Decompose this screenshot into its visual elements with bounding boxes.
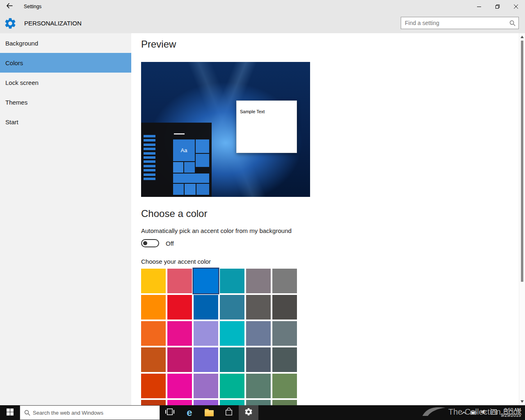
taskbar-search-box[interactable]	[20, 405, 160, 420]
preview-tile	[196, 184, 209, 195]
sidebar-item-themes[interactable]: Themes	[0, 92, 131, 112]
accent-swatch[interactable]	[220, 321, 244, 346]
taskbar-search-icon	[24, 410, 30, 416]
volume-icon[interactable]	[481, 409, 487, 416]
accent-swatch[interactable]	[141, 295, 166, 320]
toggle-state-label: Off	[166, 240, 174, 247]
accent-swatch[interactable]	[220, 374, 244, 398]
preview-tile	[173, 162, 183, 173]
accent-swatch[interactable]	[272, 347, 297, 372]
preview-app-list	[144, 135, 155, 182]
preview-aa-tile: Aa	[173, 139, 195, 161]
preview-tile	[196, 139, 209, 153]
accent-swatch[interactable]	[194, 321, 218, 346]
accent-swatch[interactable]	[246, 321, 271, 346]
preview-tile	[173, 184, 184, 195]
accent-swatch[interactable]	[167, 295, 192, 320]
accent-picker-label: Choose your accent color	[141, 258, 519, 265]
accent-swatch[interactable]	[220, 347, 244, 372]
tray-chevron-up-icon[interactable]	[461, 409, 466, 416]
sample-text: Sample Text	[240, 109, 265, 114]
preview-sample-window: Sample Text	[236, 100, 297, 153]
edge-icon: e	[187, 408, 192, 418]
maximize-button[interactable]	[488, 0, 507, 13]
accent-swatch[interactable]	[194, 269, 218, 293]
accent-swatch[interactable]	[272, 269, 297, 293]
accent-swatch[interactable]	[246, 374, 271, 398]
accent-swatch[interactable]	[272, 321, 297, 346]
settings-app-button[interactable]	[239, 405, 258, 420]
auto-accent-label: Automatically pick an accent color from …	[141, 227, 519, 234]
accent-swatch[interactable]	[220, 295, 244, 320]
accent-swatch[interactable]	[272, 374, 297, 398]
accent-swatch[interactable]	[141, 400, 166, 405]
file-explorer-icon	[205, 410, 214, 416]
accent-swatch[interactable]	[194, 374, 218, 398]
preview-group-title	[174, 133, 185, 135]
edge-browser-button[interactable]: e	[180, 405, 199, 420]
scroll-down-arrow-icon[interactable]	[520, 400, 524, 403]
preview-tile	[184, 162, 195, 173]
action-center-icon[interactable]	[491, 409, 497, 416]
preview-tile	[185, 184, 196, 195]
preview-tile	[196, 154, 209, 167]
accent-swatch[interactable]	[141, 269, 166, 293]
minimize-button[interactable]	[470, 0, 488, 13]
file-explorer-button[interactable]	[199, 405, 219, 420]
vertical-scrollbar[interactable]	[519, 33, 525, 405]
accent-swatch[interactable]	[167, 374, 192, 398]
sidebar-item-lock-screen[interactable]: Lock screen	[0, 73, 131, 92]
window-title: Settings	[24, 4, 41, 9]
accent-swatch[interactable]	[246, 295, 271, 320]
close-button[interactable]	[507, 0, 525, 13]
search-icon	[509, 20, 516, 26]
close-icon	[514, 3, 518, 10]
accent-swatch[interactable]	[194, 347, 218, 372]
settings-gear-logo-icon	[4, 17, 17, 30]
accent-swatch[interactable]	[141, 347, 166, 372]
clock-time: 9:50 AM	[501, 407, 521, 413]
settings-search-input[interactable]	[401, 20, 509, 26]
sidebar-item-start[interactable]: Start	[0, 112, 131, 132]
choose-color-heading: Choose a color	[141, 208, 519, 220]
minimize-icon	[477, 3, 481, 10]
accent-swatch[interactable]	[272, 400, 297, 405]
accent-swatch[interactable]	[167, 400, 192, 405]
sidebar-item-colors[interactable]: Colors	[0, 53, 131, 73]
sidebar-item-background[interactable]: Background	[0, 33, 131, 53]
accent-swatch[interactable]	[220, 400, 244, 405]
taskbar: e 9:50 AM 9/29/2015	[0, 405, 525, 420]
settings-sidebar: Background Colors Lock screen Themes Sta…	[0, 33, 131, 405]
task-view-button[interactable]	[160, 405, 180, 420]
accent-swatch[interactable]	[141, 374, 166, 398]
accent-swatch[interactable]	[246, 347, 271, 372]
accent-swatch[interactable]	[194, 400, 218, 405]
accent-swatch[interactable]	[167, 269, 192, 293]
accent-swatch[interactable]	[246, 269, 271, 293]
auto-accent-toggle[interactable]	[141, 239, 159, 247]
store-button[interactable]	[219, 405, 239, 420]
scroll-up-arrow-icon[interactable]	[520, 36, 524, 38]
system-tray: 9:50 AM 9/29/2015	[461, 405, 525, 420]
accent-swatch[interactable]	[167, 347, 192, 372]
battery-icon[interactable]	[470, 409, 477, 416]
theme-preview-image: Aa Sample Text	[141, 62, 310, 197]
start-button[interactable]	[0, 405, 20, 420]
scrollbar-thumb[interactable]	[521, 41, 523, 282]
back-button[interactable]	[0, 0, 19, 13]
accent-swatch[interactable]	[272, 295, 297, 320]
windows-logo-icon	[7, 409, 14, 417]
taskbar-clock[interactable]: 9:50 AM 9/29/2015	[501, 407, 521, 418]
accent-swatch[interactable]	[141, 321, 166, 346]
preview-start-menu: Aa	[141, 123, 212, 197]
settings-search-box[interactable]	[401, 17, 519, 29]
accent-swatch[interactable]	[194, 295, 218, 320]
accent-swatch[interactable]	[167, 321, 192, 346]
taskbar-search-input[interactable]	[32, 409, 160, 416]
accent-swatch[interactable]	[220, 269, 244, 293]
store-bag-icon	[225, 408, 233, 418]
accent-swatch[interactable]	[246, 400, 271, 405]
restore-icon	[495, 3, 500, 10]
accent-color-grid	[141, 269, 297, 405]
preview-tile	[173, 173, 209, 183]
